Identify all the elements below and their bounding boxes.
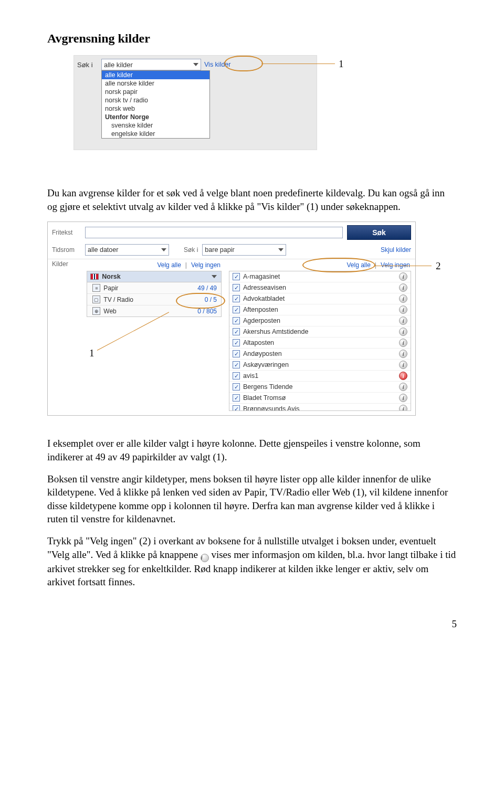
source-row[interactable]: ✓Bergens Tidendei — [229, 382, 411, 393]
sources-list[interactable]: ✓A-magasineti ✓Adresseaviseni ✓Advokatbl… — [229, 271, 411, 411]
info-icon[interactable]: i — [399, 361, 407, 369]
checkbox[interactable]: ✓ — [233, 273, 240, 280]
separator: | — [375, 261, 376, 269]
info-icon[interactable]: i — [399, 283, 407, 292]
type-count: 49 / 49 — [197, 284, 217, 292]
source-select[interactable]: alle kilder — [101, 59, 201, 70]
source-name: Aftenposten — [243, 306, 278, 313]
tidsrom-value: alle datoer — [88, 246, 118, 254]
velg-alle-link-right[interactable]: Velg alle — [346, 261, 370, 269]
info-icon[interactable]: i — [399, 305, 407, 314]
info-icon-inactive[interactable]: i — [399, 372, 407, 380]
annotation-label-1: 1 — [339, 58, 344, 70]
body-paragraph: I eksemplet over er alle kilder valgt i … — [47, 437, 457, 463]
source-row[interactable]: ✓Advokatbladeti — [229, 293, 411, 304]
source-name: Altaposten — [243, 339, 274, 346]
vis-kilder-link[interactable]: Vis kilder — [204, 61, 230, 68]
skjul-kilder-link[interactable]: Skjul kilder — [381, 246, 411, 254]
checkbox[interactable]: ✓ — [233, 361, 240, 368]
info-icon[interactable]: i — [399, 272, 407, 281]
checkbox[interactable]: ✓ — [233, 405, 240, 411]
page-number: 5 — [47, 597, 457, 630]
screenshot-sources-panel: Fritekst Søk Tidsrom alle datoer Søk i b… — [47, 222, 416, 416]
source-name: Agderposten — [243, 317, 280, 324]
checkbox[interactable]: ✓ — [233, 317, 240, 324]
separator: | — [185, 261, 187, 269]
annotation-label-2: 2 — [436, 260, 441, 272]
checkbox[interactable]: ✓ — [233, 306, 240, 313]
norsk-row[interactable]: Norsk — [87, 271, 221, 282]
source-row[interactable]: ✓Askøyværingeni — [229, 360, 411, 371]
source-name: Bladet Tromsø — [243, 394, 286, 402]
source-row[interactable]: ✓Altaposteni — [229, 338, 411, 349]
velg-ingen-link-left[interactable]: Velg ingen — [191, 261, 220, 269]
tidsrom-label: Tidsrom — [52, 246, 81, 254]
source-row[interactable]: ✓Agderposteni — [229, 315, 411, 326]
source-name: Bergens Tidende — [243, 383, 293, 391]
info-icon[interactable]: i — [399, 383, 407, 391]
source-name: Advokatbladet — [243, 295, 285, 302]
chevron-down-icon — [193, 63, 198, 66]
dropdown-group: Utenfor Norge — [102, 113, 209, 121]
checkbox[interactable]: ✓ — [233, 339, 240, 346]
source-select-value: alle kilder — [104, 61, 133, 69]
source-name: Akershus Amtstidende — [243, 328, 308, 335]
velg-ingen-link-right[interactable]: Velg ingen — [381, 261, 410, 269]
info-icon[interactable]: i — [399, 328, 407, 336]
type-row-papir[interactable]: ≡Papir 49 / 49 — [87, 282, 221, 294]
chevron-down-icon — [161, 248, 166, 251]
dropdown-option[interactable]: norsk tv / radio — [102, 96, 209, 104]
info-icon-inline: i — [201, 554, 209, 562]
velg-alle-link-left[interactable]: Velg alle — [157, 261, 181, 269]
fritekst-input[interactable] — [85, 227, 343, 238]
info-icon[interactable]: i — [399, 405, 407, 411]
annotation-line — [374, 266, 432, 266]
fritekst-label: Fritekst — [52, 229, 81, 236]
source-row[interactable]: ✓Andøyposteni — [229, 349, 411, 360]
dropdown-option[interactable]: norsk web — [102, 104, 209, 113]
type-label: Papir — [103, 284, 118, 292]
checkbox[interactable]: ✓ — [233, 295, 240, 302]
paper-icon: ≡ — [92, 284, 100, 292]
page-title: Avgrensning kilder — [47, 31, 457, 46]
source-row[interactable]: ✓Bladet Tromsøi — [229, 393, 411, 404]
info-icon[interactable]: i — [399, 294, 407, 303]
source-dropdown-list[interactable]: alle kilder alle norske kilder norsk pap… — [101, 70, 210, 139]
source-row[interactable]: ✓A-magasineti — [229, 271, 411, 282]
dropdown-option[interactable]: alle kilder — [102, 71, 209, 79]
checkbox[interactable]: ✓ — [233, 328, 240, 335]
dropdown-option[interactable]: svenske kilder — [102, 121, 209, 130]
source-row[interactable]: ✓Brønnøysunds Avisi — [229, 404, 411, 411]
source-name: avis1 — [243, 372, 258, 379]
type-count: 0 / 5 — [205, 296, 217, 303]
kilder-label: Kilder — [52, 260, 79, 411]
info-icon[interactable]: i — [399, 339, 407, 347]
source-row[interactable]: ✓Akershus Amtstidendei — [229, 326, 411, 338]
checkbox[interactable]: ✓ — [233, 350, 240, 357]
dropdown-option[interactable]: norsk papir — [102, 88, 209, 96]
chevron-down-icon — [278, 248, 284, 251]
checkbox[interactable]: ✓ — [233, 394, 240, 402]
body-paragraph: Du kan avgrense kilder for et søk ved å … — [47, 186, 457, 213]
info-icon[interactable]: i — [399, 350, 407, 358]
soki-select[interactable]: bare papir — [202, 244, 286, 256]
search-button[interactable]: Søk — [347, 225, 411, 240]
dropdown-option[interactable]: engelske kilder — [102, 130, 209, 138]
info-icon[interactable]: i — [399, 394, 407, 402]
type-label: Web — [103, 308, 116, 315]
source-row[interactable]: ✓Aftenposteni — [229, 304, 411, 315]
checkbox[interactable]: ✓ — [233, 284, 240, 291]
tv-icon: ▢ — [92, 296, 100, 303]
dropdown-option[interactable]: alle norske kilder — [102, 79, 209, 88]
info-icon[interactable]: i — [399, 317, 407, 325]
norway-flag-icon — [90, 273, 99, 280]
type-row-tvradio[interactable]: ▢TV / Radio 0 / 5 — [87, 294, 221, 305]
source-row[interactable]: ✓avis1i — [229, 371, 411, 382]
tidsrom-select[interactable]: alle datoer — [85, 244, 169, 256]
checkbox[interactable]: ✓ — [233, 372, 240, 379]
checkbox[interactable]: ✓ — [233, 383, 240, 391]
figure-2-wrap: Fritekst Søk Tidsrom alle datoer Søk i b… — [47, 222, 457, 431]
source-row[interactable]: ✓Adresseaviseni — [229, 282, 411, 293]
type-row-web[interactable]: ⊕Web 0 / 805 — [87, 305, 221, 317]
soki-label-2: Søk i — [184, 246, 198, 254]
